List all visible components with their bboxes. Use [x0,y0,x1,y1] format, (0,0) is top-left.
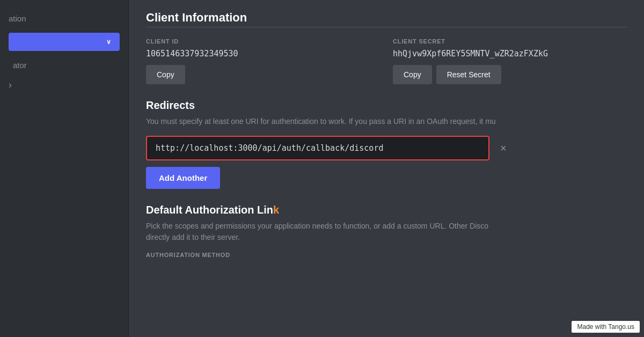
copy-client-id-button[interactable]: Copy [146,65,185,84]
redirects-description: You must specify at least one URI for au… [146,116,627,127]
client-secret-actions: Copy Reset Secret [393,65,627,84]
redirect-uri-input[interactable] [146,136,489,160]
sidebar-dropdown[interactable]: ∨ [9,33,120,51]
main-content: Client Information CLIENT ID 10651463379… [129,0,644,337]
client-id-label: CLIENT ID [146,38,380,45]
client-id-section: CLIENT ID 1065146337932349530 Copy [146,38,380,84]
sidebar-nav-item: ation [0,9,128,28]
client-info-grid: CLIENT ID 1065146337932349530 Copy CLIEN… [146,38,627,84]
client-id-actions: Copy [146,65,380,84]
auth-method-label: AUTHORIZATION METHOD [146,252,627,258]
redirects-section: Redirects You must specify at least one … [146,99,627,189]
default-auth-description: Pick the scopes and permissions your app… [146,221,627,243]
client-secret-label: CLIENT SECRET [393,38,627,45]
sidebar: ation ∨ ator › [0,0,129,337]
section-title-client-info: Client Information [146,0,627,27]
default-auth-section: Default Authorization Link Pick the scop… [146,204,627,258]
copy-client-secret-button[interactable]: Copy [393,65,432,84]
sidebar-expand-arrow[interactable]: › [0,75,128,95]
default-auth-heading: Default Authorization Link [146,204,627,216]
tango-watermark: Made with Tango.us [572,321,640,333]
client-secret-value: hhQjvw9Xpf6REY5SMNTV_wZR2azFXZkG [393,49,627,58]
client-secret-section: CLIENT SECRET hhQjvw9Xpf6REY5SMNTV_wZR2a… [393,38,627,84]
add-another-button[interactable]: Add Another [146,167,220,189]
client-id-value: 1065146337932349530 [146,49,380,58]
reset-secret-button[interactable]: Reset Secret [436,65,501,84]
chevron-down-icon: ∨ [106,38,111,46]
sidebar-nav-label: ation [9,14,26,23]
redirect-input-row: × [146,136,627,160]
redirects-heading: Redirects [146,99,627,112]
sidebar-item-ator: ator [0,55,128,75]
remove-redirect-button[interactable]: × [496,140,511,157]
